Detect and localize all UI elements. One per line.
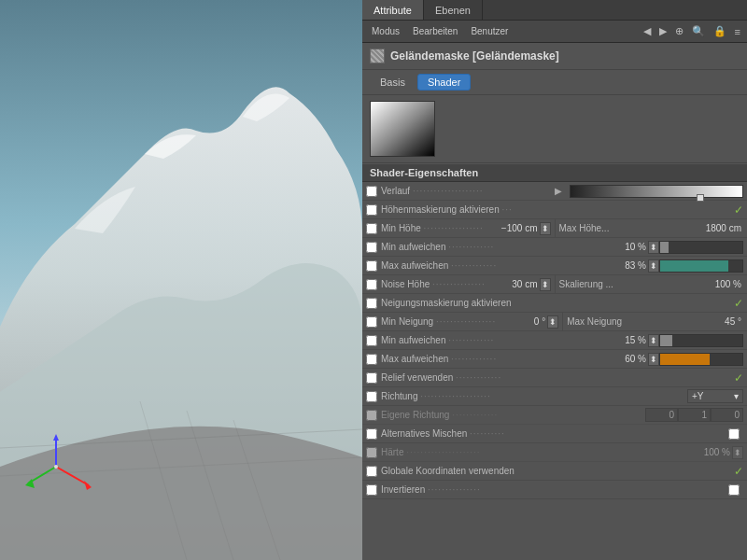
prop-max-aufweichen1: Max aufweichen ············· 83 % ⬍ xyxy=(362,257,747,275)
menu-icon[interactable]: ≡ xyxy=(732,25,743,38)
max-aufweichen2-value[interactable]: 60 % xyxy=(597,354,648,364)
object-header: Geländemaske [Geländemaske] xyxy=(362,43,747,70)
eigene-richtung-checkbox[interactable] xyxy=(366,410,377,421)
max-aufweichen1-checkbox[interactable] xyxy=(366,260,377,272)
section-shader-header: Shader-Eigenschaften xyxy=(362,163,747,182)
prop-neigung: Neigungsmaskierung aktivieren ✓ xyxy=(362,294,747,313)
lock-icon[interactable]: 🔒 xyxy=(711,24,729,38)
eigene-richtung-label: Eigene Richtung ············· xyxy=(381,410,645,420)
prop-neigung-row: Min Neigung ················· 0 ° ⬍ Max … xyxy=(362,313,747,331)
min-aufweichen1-checkbox[interactable] xyxy=(366,242,377,253)
eigene-z-input[interactable] xyxy=(711,408,743,422)
min-aufweichen2-slider[interactable] xyxy=(659,334,743,347)
hoehenmasking-checkbox[interactable] xyxy=(366,204,377,216)
relief-checkbox[interactable] xyxy=(366,372,377,384)
skalierung-col: Skalierung ... 100 % xyxy=(556,275,748,293)
prop-hoehenmasking: Höhenmaskierung aktivieren ··· ✓ xyxy=(362,201,747,219)
min-neigung-stepper[interactable]: ⬍ xyxy=(547,315,558,329)
svg-marker-9 xyxy=(84,481,92,490)
min-aufweichen2-stepper[interactable]: ⬍ xyxy=(648,334,659,347)
min-aufweichen2-value[interactable]: 15 % xyxy=(597,335,648,345)
prop-globale: Globale Koordinaten verwenden ✓ xyxy=(362,462,747,481)
object-title: Geländemaske [Geländemaske] xyxy=(390,49,559,63)
max-aufweichen2-slider[interactable] xyxy=(659,353,743,366)
noise-label: Noise Höhe ··············· xyxy=(381,279,488,289)
hoehenmasking-label: Höhenmaskierung aktivieren ··· xyxy=(381,204,734,215)
tab-ebenen[interactable]: Ebenen xyxy=(424,0,483,20)
alt-mischen-checkbox[interactable] xyxy=(366,428,377,440)
globale-label: Globale Koordinaten verwenden xyxy=(381,466,734,476)
svg-line-8 xyxy=(56,467,89,485)
min-neigung-checkbox[interactable] xyxy=(366,316,377,328)
alt-mischen-value-checkbox[interactable] xyxy=(728,428,740,440)
min-hoehe-checkbox[interactable] xyxy=(366,223,377,234)
toolbar-bearbeiten[interactable]: Bearbeiten xyxy=(407,24,463,38)
max-aufweichen1-stepper[interactable]: ⬍ xyxy=(648,259,659,273)
3d-viewport[interactable] xyxy=(0,0,362,560)
max-aufweichen1-value[interactable]: 83 % xyxy=(597,260,648,271)
verlauf-label: Verlauf ···················· xyxy=(381,186,555,196)
noise-checkbox[interactable] xyxy=(366,279,377,290)
max-hoehe-col: Max Höhe... 1800 cm xyxy=(556,219,748,237)
arrow-left-icon[interactable]: ◀ xyxy=(641,24,654,38)
tab-basis[interactable]: Basis xyxy=(370,74,416,91)
min-hoehe-stepper[interactable]: ⬍ xyxy=(540,222,551,235)
noise-stepper[interactable]: ⬍ xyxy=(540,278,551,291)
max-aufweichen1-label: Max aufweichen ············· xyxy=(381,260,597,271)
max-neigung-value[interactable]: 45 ° xyxy=(692,316,743,327)
haerte-value[interactable]: 100 % xyxy=(681,447,732,457)
toolbar-benutzer[interactable]: Benutzer xyxy=(465,24,514,38)
min-aufweichen1-slider[interactable] xyxy=(659,241,743,254)
noise-col: Noise Höhe ··············· 30 cm ⬍ xyxy=(362,275,556,293)
toolbar: Modus Bearbeiten Benutzer ◀ ▶ ⊕ 🔍 🔒 ≡ xyxy=(362,21,747,43)
prop-noise-row: Noise Höhe ··············· 30 cm ⬍ Skali… xyxy=(362,275,747,294)
max-aufweichen1-slider[interactable] xyxy=(659,259,743,273)
prop-min-aufweichen1: Min aufweichen ············· 10 % ⬍ xyxy=(362,238,747,257)
max-aufweichen2-label: Max aufweichen ············· xyxy=(381,354,597,364)
max-hoehe-value[interactable]: 1800 cm xyxy=(692,223,743,233)
haerte-stepper[interactable]: ⬍ xyxy=(732,446,743,459)
verlauf-checkbox[interactable] xyxy=(366,186,377,197)
invertieren-value-checkbox[interactable] xyxy=(728,484,740,496)
globale-checkbox[interactable] xyxy=(366,466,377,477)
neigung-label: Neigungsmaskierung aktivieren xyxy=(381,298,734,308)
relief-check-icon: ✓ xyxy=(734,371,743,385)
min-hoehe-value[interactable]: −100 cm xyxy=(488,223,540,233)
max-neigung-col: Max Neigung 45 ° xyxy=(563,313,747,330)
haerte-checkbox[interactable] xyxy=(366,447,377,458)
hoehenmasking-check-icon: ✓ xyxy=(734,203,743,217)
relief-label: Relief verwenden ············· xyxy=(381,372,734,383)
tab-shader[interactable]: Shader xyxy=(417,74,471,91)
min-aufweichen2-checkbox[interactable] xyxy=(366,335,377,346)
skalierung-value[interactable]: 100 % xyxy=(692,279,743,289)
properties-list: Shader-Eigenschaften Verlauf ···········… xyxy=(362,163,747,560)
min-aufweichen1-stepper[interactable]: ⬍ xyxy=(648,241,659,254)
min-neigung-value[interactable]: 0 ° xyxy=(496,316,547,327)
max-aufweichen2-checkbox[interactable] xyxy=(366,354,377,365)
max-hoehe-label: Max Höhe... xyxy=(559,223,693,233)
invertieren-checkbox[interactable] xyxy=(366,484,377,496)
gradient-preview[interactable] xyxy=(370,101,435,157)
haerte-label: Härte ····················· xyxy=(381,447,681,457)
max-aufweichen2-stepper[interactable]: ⬍ xyxy=(648,353,659,366)
prop-relief: Relief verwenden ············· ✓ xyxy=(362,369,747,387)
min-aufweichen2-label: Min aufweichen ············· xyxy=(381,335,597,345)
gradient-bar-container[interactable] xyxy=(570,185,743,198)
min-aufweichen1-value[interactable]: 10 % xyxy=(597,242,648,252)
globale-check-icon: ✓ xyxy=(734,465,743,478)
tab-attribute[interactable]: Attribute xyxy=(362,0,424,20)
search-icon[interactable]: ⊕ xyxy=(672,24,686,38)
toolbar-modus[interactable]: Modus xyxy=(366,24,405,38)
eigene-x-input[interactable] xyxy=(645,408,678,422)
verlauf-arrow[interactable]: ▶ xyxy=(555,186,562,196)
gradient-bar[interactable] xyxy=(570,185,743,198)
eigene-y-input[interactable] xyxy=(678,408,711,422)
arrow-right-icon[interactable]: ▶ xyxy=(656,24,669,38)
noise-value[interactable]: 30 cm xyxy=(488,279,540,289)
gradient-handle[interactable] xyxy=(697,194,704,202)
prop-hoehe-row: Min Höhe ················· −100 cm ⬍ Max… xyxy=(362,219,747,238)
richtung-dropdown[interactable]: +Y ▾ xyxy=(687,389,743,403)
magnify-icon[interactable]: 🔍 xyxy=(689,24,708,38)
neigung-checkbox[interactable] xyxy=(366,298,377,309)
richtung-checkbox[interactable] xyxy=(366,391,377,402)
